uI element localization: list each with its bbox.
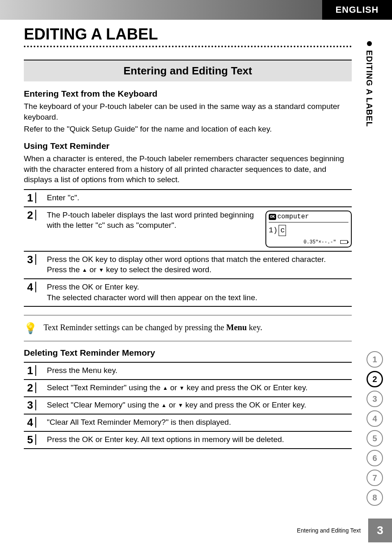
subheading-deleting-memory: Deleting Text Reminder Memory [24, 348, 352, 358]
step-row: 4 Press the OK or Enter key. The selecte… [24, 279, 352, 307]
step-number: 2 [27, 382, 36, 393]
down-arrow-icon: ▼ [179, 384, 184, 392]
step-text: Press the OK or Enter key. All text opti… [47, 434, 352, 445]
up-arrow-icon: ▲ [163, 384, 168, 392]
vertical-chapter-tab: EDITING A LABEL [364, 41, 374, 127]
language-tab: ENGLISH [322, 0, 392, 20]
up-arrow-icon: ▲ [82, 266, 88, 274]
step-row: 1 Enter "c". [24, 190, 352, 207]
chapter-nav: 12345678 [367, 351, 383, 506]
body-text: When a character is entered, the P-touch… [24, 153, 352, 185]
body-text: Refer to the "Quick Setup Guide" for the… [24, 124, 352, 134]
step-text: Press the Menu key. [47, 365, 352, 376]
lcd-input: c [279, 225, 286, 236]
chapter-title: EDITING A LABEL [24, 25, 352, 47]
lightbulb-icon: 💡 [24, 323, 37, 333]
step-row: 1 Press the Menu key. [24, 363, 352, 380]
main-content: EDITING A LABEL Entering and Editing Tex… [0, 20, 392, 449]
lcd-line-indicator: 1) [269, 225, 278, 235]
step-row: 5 Press the OK or Enter key. All text op… [24, 432, 352, 449]
step-text: Select "Text Reminder" using the ▲ or ▼ … [47, 382, 352, 393]
page-number: 3 [368, 519, 392, 542]
step-row: 2 Select "Text Reminder" using the ▲ or … [24, 380, 352, 397]
step-number: 3 [27, 254, 36, 265]
chapter-nav-item-3[interactable]: 3 [367, 391, 383, 407]
up-arrow-icon: ▲ [161, 402, 167, 409]
footer-section-text: Entering and Editing Text [297, 527, 361, 534]
chapter-nav-item-1[interactable]: 1 [367, 351, 383, 368]
step-number: 5 [27, 434, 36, 445]
subheading-entering-text: Entering Text from the Keyboard [24, 89, 352, 99]
chapter-nav-item-5[interactable]: 5 [367, 430, 383, 447]
step-row: 2 The P-touch labeler displays the last … [24, 207, 352, 252]
bullet-icon [367, 41, 372, 46]
step-text: The P-touch labeler displays the last wo… [47, 210, 260, 248]
down-arrow-icon: ▼ [178, 402, 183, 409]
step-number: 3 [27, 400, 36, 410]
section-title: Entering and Editing Text [24, 60, 352, 81]
body-text: The keyboard of your P-touch labeler can… [24, 101, 352, 122]
subheading-text-reminder: Using Text Reminder [24, 141, 352, 151]
note-text: Text Reminder settings can be changed by… [44, 323, 262, 332]
lcd-status: 0.35"×--.-" [304, 239, 336, 245]
step-number: 1 [27, 365, 36, 376]
step-number: 4 [27, 417, 36, 428]
step-number: 1 [27, 192, 36, 203]
step-row: 3 Select "Clear Memory" using the ▲ or ▼… [24, 397, 352, 414]
chapter-nav-item-2[interactable]: 2 [367, 371, 383, 387]
footer: Entering and Editing Text 3 [297, 519, 392, 542]
battery-icon [340, 240, 348, 244]
note-row: 💡 Text Reminder settings can be changed … [24, 315, 352, 341]
step-text: Select "Clear Memory" using the ▲ or ▼ k… [47, 400, 352, 410]
chapter-nav-item-7[interactable]: 7 [367, 470, 383, 486]
step-number: 4 [27, 282, 36, 292]
lcd-suggestion: computer [277, 213, 309, 222]
step-text: "Clear All Text Reminder Memory?" is the… [47, 417, 352, 428]
chapter-nav-item-4[interactable]: 4 [367, 410, 383, 427]
vertical-tab-label: EDITING A LABEL [364, 50, 374, 127]
chapter-nav-item-8[interactable]: 8 [367, 489, 383, 506]
down-arrow-icon: ▼ [99, 266, 104, 274]
step-text: Enter "c". [47, 192, 352, 203]
lcd-screen-illustration: OK computer 1) c 0.35"×--.-" [265, 211, 352, 248]
ok-badge-icon: OK [269, 214, 276, 220]
chapter-nav-item-6[interactable]: 6 [367, 450, 383, 466]
step-text: Press the OK or Enter key. The selected … [47, 282, 352, 303]
step-text: Press the OK key to display other word o… [47, 254, 352, 275]
step-row: 4 "Clear All Text Reminder Memory?" is t… [24, 414, 352, 432]
step-row: 3 Press the OK key to display other word… [24, 252, 352, 279]
step-number: 2 [27, 210, 36, 220]
